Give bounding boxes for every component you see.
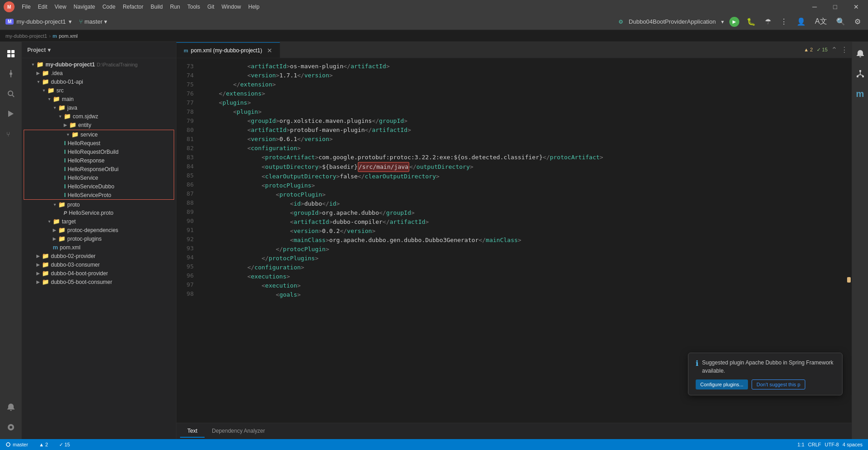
project-selector[interactable]: M my-dubbo-project1 ▾ <box>5 18 72 25</box>
main-label: main <box>62 96 74 102</box>
tree-dubbo05[interactable]: ▶ 📁 dubbo-05-boot-consumer <box>22 278 176 286</box>
tree-dubbo02[interactable]: ▶ 📁 dubbo-02-provider <box>22 252 176 260</box>
menu-view[interactable]: View <box>51 2 70 12</box>
close-button[interactable]: ✕ <box>848 0 864 14</box>
status-encoding[interactable]: UTF-8 <box>823 442 841 447</box>
status-warnings[interactable]: ▲ 2 <box>37 442 50 447</box>
sidebar-icon-project[interactable] <box>3 46 19 62</box>
tree-protoc-plugins[interactable]: ▶ 📁 protoc-plugins <box>22 234 176 243</box>
tree-HelloRequest[interactable]: I HelloRequest <box>24 139 174 147</box>
breadcrumb: my-dubbo-project1 › m pom.xml <box>0 30 868 42</box>
proto-file-icon: P <box>64 210 67 216</box>
menu-run[interactable]: Run <box>166 2 184 12</box>
settings-icon[interactable]: ⚙ <box>853 16 863 27</box>
tree-src[interactable]: ▾ 📁 src <box>22 86 176 95</box>
tree-HelloResponseOrBui[interactable]: I HelloResponseOrBui <box>24 165 174 173</box>
search-icon[interactable]: 🔍 <box>834 16 847 27</box>
right-icon-structure[interactable] <box>852 66 868 82</box>
tree-dubbo04[interactable]: ▶ 📁 dubbo-04-boot-provider <box>22 269 176 278</box>
more-actions-icon[interactable]: ⋮ <box>778 16 789 27</box>
com-expand-icon: ▾ <box>56 114 64 119</box>
menu-navigate[interactable]: Navigate <box>70 2 99 12</box>
hello-request-label: HelloRequest <box>68 140 100 147</box>
tree-java[interactable]: ▾ 📁 java <box>22 103 176 112</box>
protoc-deps-label: protoc-dependencies <box>67 227 118 233</box>
menu-build[interactable]: Build <box>147 2 166 12</box>
sidebar-icon-settings[interactable] <box>3 419 19 435</box>
tab-pom-xml[interactable]: m pom.xml (my-dubbo-project1) ✕ <box>176 42 280 58</box>
code-line-81: <version>0.6.1</version> <box>205 135 840 144</box>
panel-chevron: ▾ <box>48 47 50 53</box>
configure-plugins-button[interactable]: Configure plugins... <box>696 379 748 389</box>
panel-title: Project <box>27 47 46 53</box>
tree-HelloServiceProto[interactable]: I HelloServiceProto <box>24 191 174 199</box>
hello-svc-dubbo-icon: I <box>64 183 66 190</box>
proto-label: proto <box>67 202 80 208</box>
menu-edit[interactable]: Edit <box>34 2 51 12</box>
sidebar-icon-git[interactable]: ⑂ <box>3 126 19 142</box>
tree-main[interactable]: ▾ 📁 main <box>22 95 176 103</box>
tab-close-icon[interactable]: ✕ <box>267 47 272 54</box>
check-count: ✓ 15 <box>817 47 828 53</box>
git-branch-icon: ⑂ <box>79 18 83 25</box>
status-checks[interactable]: ✓ 15 <box>57 442 72 448</box>
target-expand-icon: ▾ <box>45 219 53 224</box>
code-line-83: <protocArtifact>com.google.protobuf:prot… <box>205 153 840 162</box>
minimize-button[interactable]: ─ <box>807 0 823 14</box>
menu-file[interactable]: File <box>18 2 34 12</box>
root-path: D:\PraticalTraining <box>97 62 138 67</box>
maximize-button[interactable]: □ <box>828 0 843 14</box>
sidebar-icon-search[interactable] <box>3 86 19 102</box>
menu-tools[interactable]: Tools <box>184 2 204 12</box>
tree-dubbo01[interactable]: ▾ 📁 dubbo-01-api <box>22 77 176 86</box>
tree-target[interactable]: ▾ 📁 target <box>22 217 176 226</box>
editor-scrollbar[interactable] <box>845 58 852 423</box>
sidebar-icon-notifications[interactable] <box>3 399 19 415</box>
tree-protoc-deps[interactable]: ▶ 📁 protoc-dependencies <box>22 226 176 234</box>
tree-entity[interactable]: ▶ 📁 entity <box>22 121 176 129</box>
menu-window[interactable]: Window <box>218 2 245 12</box>
tree-proto-file[interactable]: P HelloService.proto <box>22 209 176 217</box>
run-button[interactable]: ▶ <box>729 17 739 27</box>
sidebar-icon-run[interactable] <box>3 106 19 122</box>
tree-pom[interactable]: m pom.xml <box>22 243 176 252</box>
tabs-action-split[interactable]: ⌃ <box>831 46 837 54</box>
coverage-icon[interactable]: ☂ <box>763 16 773 27</box>
tree-HelloService[interactable]: I HelloService <box>24 173 174 182</box>
status-indent[interactable]: 4 spaces <box>841 442 864 447</box>
bottom-tab-text[interactable]: Text <box>180 425 205 438</box>
breadcrumb-file[interactable]: m pom.xml <box>52 33 77 39</box>
editor-content: 73 74 75 76 77 78 79 80 81 82 83 84 85 8… <box>176 58 852 423</box>
branch-selector[interactable]: ⑂ master ▾ <box>79 18 108 25</box>
debug-icon[interactable]: 🐛 <box>745 16 758 27</box>
tree-HelloRequestOrBuild[interactable]: I HelloRequestOrBuild <box>24 147 174 156</box>
tree-dubbo03[interactable]: ▶ 📁 dubbo-03-consumer <box>22 260 176 269</box>
right-icon-notifications[interactable] <box>852 46 868 62</box>
tree-idea[interactable]: ▶ 📁 .idea <box>22 69 176 77</box>
hello-service-label: HelloService <box>68 175 98 181</box>
com-folder-icon: 📁 <box>64 113 71 120</box>
user-icon[interactable]: 👤 <box>795 16 808 27</box>
menu-refactor[interactable]: Refactor <box>119 2 147 12</box>
hello-response-label: HelloResponse <box>68 157 105 164</box>
tree-proto[interactable]: ▾ 📁 proto <box>22 200 176 209</box>
menu-git[interactable]: Git <box>204 2 218 12</box>
status-position[interactable]: 1:1 <box>796 442 806 447</box>
tree-service[interactable]: ▾ 📁 service <box>24 130 174 139</box>
translate-icon[interactable]: A文 <box>813 16 829 27</box>
tree-com-sjdwz[interactable]: ▾ 📁 com.sjdwz <box>22 112 176 121</box>
dont-suggest-button[interactable]: Don't suggest this p <box>752 379 805 389</box>
sidebar-icon-commits[interactable] <box>3 66 19 82</box>
breadcrumb-project[interactable]: my-dubbo-project1 <box>5 33 47 39</box>
tree-HelloServiceDubbo[interactable]: I HelloServiceDubbo <box>24 182 174 191</box>
menu-code[interactable]: Code <box>99 2 119 12</box>
status-git[interactable]: master <box>4 442 30 447</box>
tree-HelloResponse[interactable]: I HelloResponse <box>24 156 174 165</box>
menu-help[interactable]: Help <box>245 2 263 12</box>
status-crlf[interactable]: CRLF <box>806 442 823 447</box>
scrollbar-thumb <box>847 277 851 283</box>
tree-root[interactable]: ▾ 📁 my-dubbo-project1 D:\PraticalTrainin… <box>22 60 176 69</box>
tabs-action-more[interactable]: ⋮ <box>841 46 848 54</box>
bottom-tab-dependency[interactable]: Dependency Analyzer <box>205 425 272 438</box>
right-icon-m[interactable]: m <box>852 86 868 102</box>
